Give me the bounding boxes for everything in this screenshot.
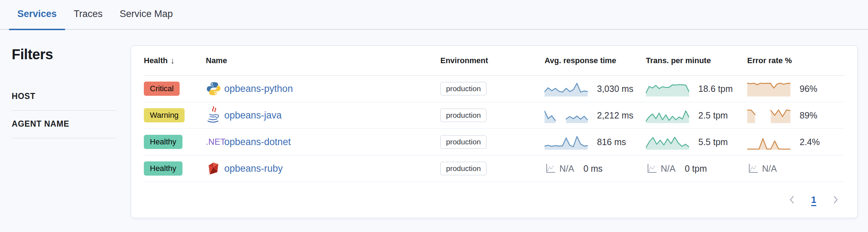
python-logo-icon: [206, 81, 224, 96]
metric-value: 2.5 tpm: [698, 110, 728, 121]
ruby-logo-icon: [206, 161, 224, 176]
metric-value: 5.5 tpm: [698, 137, 728, 147]
metric-value: 0 tpm: [685, 164, 707, 174]
table-row: Warning opbeans-java production 2,212 ms…: [144, 102, 845, 129]
filter-group-list: HOSTAGENT NAME: [12, 83, 131, 138]
latency-sparkline: [545, 134, 588, 150]
tab-services[interactable]: Services: [9, 9, 65, 29]
service-name-link[interactable]: opbeans-java: [224, 110, 282, 121]
latency-cell: 2,212 ms: [545, 107, 646, 123]
na-label: N/A: [559, 164, 574, 174]
environment-badge: production: [440, 135, 486, 149]
page-body: Filters HOSTAGENT NAME Health ↓ Name Env…: [0, 30, 868, 218]
filters-sidebar: Filters HOSTAGENT NAME: [0, 30, 131, 138]
latency-sparkline: [545, 81, 588, 97]
table-row: Healthy .NET opbeans-dotnet production 8…: [144, 129, 845, 155]
table-row: Healthy opbeans-ruby production N/A 0 ms…: [144, 155, 845, 182]
environment-badge: production: [440, 162, 486, 175]
throughput-sparkline: [646, 107, 689, 123]
column-header-latency[interactable]: Avg. response time: [545, 56, 646, 65]
error-rate-sparkline: [747, 107, 790, 123]
metric-value: 2.4%: [800, 137, 820, 147]
na-label: N/A: [661, 164, 676, 174]
error-rate-cell: 96%: [747, 81, 845, 97]
health-badge: Healthy: [144, 161, 182, 176]
column-header-throughput[interactable]: Trans. per minute: [646, 56, 747, 65]
service-name-link[interactable]: opbeans-python: [224, 83, 293, 94]
metric-value: 89%: [800, 110, 817, 121]
health-badge: Warning: [144, 108, 185, 122]
chart-placeholder-icon: [545, 163, 556, 174]
environment-badge: production: [440, 109, 486, 122]
throughput-cell: 18.6 tpm: [646, 81, 747, 97]
latency-cell: 816 ms: [545, 134, 646, 150]
error-rate-cell: 2.4%: [747, 134, 845, 150]
error-rate-sparkline: [747, 134, 790, 150]
table-header-row: Health ↓ Name Environment Avg. response …: [144, 46, 845, 76]
column-header-error-rate[interactable]: Error rate %: [747, 56, 845, 65]
column-header-environment[interactable]: Environment: [440, 56, 545, 65]
sort-descending-icon: ↓: [170, 56, 175, 66]
latency-cell: N/A 0 ms: [545, 163, 646, 174]
filter-group-host[interactable]: HOST: [12, 83, 116, 111]
throughput-sparkline: [646, 134, 689, 150]
services-panel: Health ↓ Name Environment Avg. response …: [131, 45, 858, 218]
health-badge: Critical: [144, 82, 180, 96]
no-data-placeholder: N/A: [747, 163, 777, 174]
no-data-placeholder: N/A: [545, 163, 574, 174]
service-name-link[interactable]: opbeans-dotnet: [224, 137, 291, 148]
service-name-link[interactable]: opbeans-ruby: [224, 163, 283, 174]
throughput-cell: N/A 0 tpm: [646, 163, 747, 174]
na-label: N/A: [762, 164, 777, 174]
column-header-name[interactable]: Name: [206, 56, 440, 65]
error-rate-cell: 89%: [747, 107, 845, 123]
health-badge: Healthy: [144, 135, 182, 149]
metric-value: 3,030 ms: [597, 84, 633, 94]
tab-bar: ServicesTracesService Map: [0, 0, 868, 30]
latency-sparkline: [545, 107, 588, 123]
error-rate-cell: N/A: [747, 163, 845, 174]
filter-group-agent-name[interactable]: AGENT NAME: [12, 111, 116, 138]
column-header-health[interactable]: Health ↓: [144, 56, 206, 66]
chart-placeholder-icon: [747, 163, 759, 174]
environment-badge: production: [440, 82, 486, 95]
table-body: Critical opbeans-python production 3,030…: [144, 76, 845, 182]
chart-placeholder-icon: [646, 163, 657, 174]
error-rate-sparkline: [747, 81, 790, 97]
metric-value: 2,212 ms: [597, 110, 633, 121]
table-row: Critical opbeans-python production 3,030…: [144, 76, 845, 102]
filters-title: Filters: [12, 46, 131, 62]
metric-value: 96%: [800, 84, 817, 94]
throughput-cell: 5.5 tpm: [646, 134, 747, 150]
latency-cell: 3,030 ms: [545, 81, 646, 97]
metric-value: 0 ms: [584, 164, 603, 174]
metric-value: 816 ms: [597, 137, 626, 147]
pagination: 1: [144, 182, 845, 217]
java-logo-icon: [206, 106, 224, 125]
tab-service-map[interactable]: Service Map: [111, 9, 181, 29]
dotnet-logo-icon: .NET: [206, 137, 224, 147]
no-data-placeholder: N/A: [646, 163, 676, 174]
chevron-right-icon[interactable]: [830, 195, 840, 205]
page-number-1[interactable]: 1: [811, 194, 816, 205]
throughput-sparkline: [646, 81, 689, 97]
metric-value: 18.6 tpm: [698, 84, 733, 94]
tab-traces[interactable]: Traces: [65, 9, 111, 29]
throughput-cell: 2.5 tpm: [646, 107, 747, 123]
chevron-left-icon[interactable]: [787, 195, 797, 205]
